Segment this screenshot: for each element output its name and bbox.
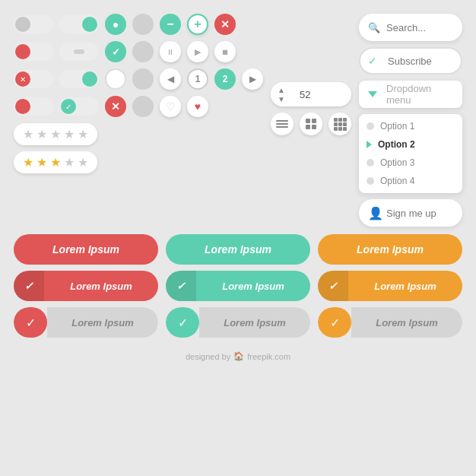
footer-text: designed by — [186, 352, 230, 361]
signup-wrapper: 👤 — [359, 199, 462, 227]
stepper-value: 52 — [292, 89, 318, 100]
star-5[interactable]: ★ — [78, 127, 88, 141]
minus-btn[interactable]: − — [160, 14, 181, 35]
split-right-orange: Lorem Ipsum — [351, 307, 462, 338]
prev-btn[interactable]: ◀ — [160, 68, 181, 90]
footer-brand: freepik.com — [247, 352, 290, 361]
play-btn[interactable]: ▶ — [187, 41, 208, 62]
heart-filled[interactable]: ♥ — [187, 96, 208, 117]
star-f-3[interactable]: ★ — [50, 155, 61, 170]
list-view-btn[interactable] — [271, 113, 294, 135]
stepper: ▲ ▼ 52 — [271, 82, 351, 106]
check-label-orange: Lorem Ipsum — [348, 281, 462, 292]
star-f-2[interactable]: ★ — [36, 155, 47, 170]
subscribe-wrapper: ✓ — [359, 47, 462, 75]
stars-filled: ★ ★ ★ ★ ★ — [14, 151, 97, 173]
toggle-row-1: ● − + ✕ — [14, 14, 263, 35]
toggle-off-1[interactable] — [14, 15, 53, 33]
check-btn-orange[interactable]: ✓ Lorem Ipsum — [318, 271, 462, 301]
circle-gray-3[interactable] — [132, 68, 154, 90]
option-2[interactable]: Option 2 — [359, 135, 462, 154]
star-3[interactable]: ★ — [50, 127, 61, 141]
options-list: Option 1 Option 2 Option 3 Option 4 — [359, 114, 462, 193]
pause-btn[interactable]: ⏸ — [160, 41, 181, 62]
check-btn-red[interactable]: ✓ Lorem Ipsum — [14, 271, 158, 301]
page-1[interactable]: 1 — [187, 68, 208, 90]
grid2-icon — [306, 119, 316, 129]
option-4-dot — [367, 177, 374, 185]
btn-row-1: Lorem Ipsum Lorem Ipsum Lorem Ipsum — [14, 234, 462, 265]
page-2[interactable]: 2 — [214, 68, 236, 90]
btn-row-3: ✓ Lorem Ipsum ✓ Lorem Ipsum ✓ Lorem Ipsu… — [14, 307, 462, 338]
grid2-view-btn[interactable] — [300, 113, 322, 135]
option-2-label: Option 2 — [378, 139, 415, 150]
plus-btn[interactable]: + — [187, 14, 208, 35]
option-3-label: Option 3 — [380, 157, 414, 168]
check-circle-green[interactable]: ✓ — [105, 41, 126, 62]
option-4-label: Option 4 — [380, 176, 414, 186]
option-1-label: Option 1 — [380, 121, 414, 132]
option-3[interactable]: Option 3 — [359, 154, 462, 172]
toggle-on-1[interactable] — [59, 15, 99, 33]
x-circle[interactable]: ✕ — [105, 96, 126, 117]
search-wrapper: 🔍 — [359, 14, 462, 41]
footer: designed by 🏠 freepik.com — [14, 351, 462, 361]
heart-outline[interactable]: ♡ — [160, 96, 181, 117]
red-btn-1[interactable]: Lorem Ipsum — [14, 234, 158, 265]
dropdown-arrow-icon — [368, 91, 377, 97]
option-1[interactable]: Option 1 — [359, 117, 462, 135]
circle-outline-1[interactable] — [105, 68, 126, 90]
circle-green-1[interactable]: ● — [105, 14, 126, 35]
split-left-orange: ✓ — [318, 307, 351, 338]
toggle-check[interactable]: ✓ — [59, 97, 99, 116]
stars-empty: ★ ★ ★ ★ ★ — [14, 123, 97, 145]
circle-gray-4[interactable] — [132, 96, 154, 117]
orange-btn-1[interactable]: Lorem Ipsum — [318, 234, 462, 265]
split-btn-teal[interactable]: ✓ Lorem Ipsum — [166, 307, 310, 338]
split-btn-red[interactable]: ✓ Lorem Ipsum — [14, 307, 158, 338]
toggle-row-4: ✓ ✕ ♡ ♥ — [14, 96, 263, 117]
split-btn-orange[interactable]: ✓ Lorem Ipsum — [318, 307, 462, 338]
middle-controls: ▲ ▼ 52 — [271, 14, 351, 135]
stars-filled-row: ★ ★ ★ ★ ★ — [14, 151, 263, 173]
toggle-red[interactable] — [14, 43, 53, 61]
dropdown-wrapper: Dropdown menu — [359, 81, 462, 108]
search-icon: 🔍 — [368, 22, 380, 33]
toggle-x[interactable]: ✕ — [14, 70, 53, 88]
check-circle-icon: ✓ — [368, 55, 377, 67]
stop-btn[interactable]: ⏹ — [214, 41, 236, 62]
stepper-up-down[interactable]: ▲ ▼ — [271, 82, 292, 106]
split-right-red: Lorem Ipsum — [47, 307, 158, 338]
stepper-wrapper: ▲ ▼ 52 — [271, 82, 351, 106]
split-right-teal: Lorem Ipsum — [199, 307, 310, 338]
circle-gray-1[interactable] — [132, 14, 154, 35]
option-4[interactable]: Option 4 — [359, 172, 462, 190]
star-f-5[interactable]: ★ — [78, 155, 88, 170]
toggle-red-2[interactable] — [14, 97, 53, 116]
circle-gray-2[interactable] — [132, 41, 154, 62]
star-4[interactable]: ★ — [64, 127, 75, 141]
check-label-red: Lorem Ipsum — [44, 281, 158, 292]
star-2[interactable]: ★ — [36, 127, 47, 141]
next-btn[interactable]: ▶ — [242, 68, 263, 90]
freepik-icon: 🏠 — [233, 351, 244, 361]
check-btn-teal[interactable]: ✓ Lorem Ipsum — [166, 271, 310, 301]
toggle-white[interactable] — [59, 43, 99, 61]
avatar-icon: 👤 — [368, 206, 383, 221]
toggle-row-3: ✕ ◀ 1 2 ▶ — [14, 68, 263, 90]
toggle-green-right[interactable] — [59, 70, 99, 88]
star-f-4[interactable]: ★ — [64, 155, 75, 170]
close-btn[interactable]: ✕ — [214, 14, 236, 35]
btn-row-2: ✓ Lorem Ipsum ✓ Lorem Ipsum ✓ Lorem Ipsu… — [14, 271, 462, 301]
left-controls: ● − + ✕ ✓ — [14, 14, 263, 173]
star-f-1[interactable]: ★ — [23, 155, 33, 170]
check-icon-red: ✓ — [14, 271, 44, 301]
check-icon-teal: ✓ — [166, 271, 196, 301]
teal-btn-1[interactable]: Lorem Ipsum — [166, 234, 310, 265]
view-row — [271, 113, 351, 135]
star-1[interactable]: ★ — [23, 127, 33, 141]
top-section: ● − + ✕ ✓ — [14, 14, 462, 227]
dropdown-label: Dropdown menu — [386, 83, 452, 106]
right-controls: 🔍 ✓ Dropdown menu Option 1 — [359, 14, 462, 227]
grid3-view-btn[interactable] — [328, 113, 351, 135]
